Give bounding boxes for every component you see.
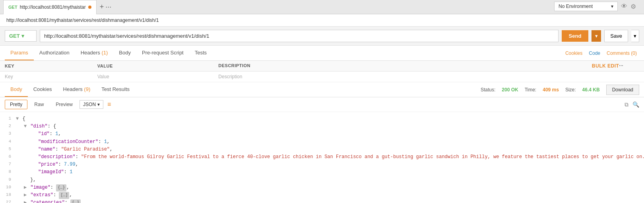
tab-pre-request-script[interactable]: Pre-request Script [136,46,189,60]
size-value: 46.4 KB [582,87,600,93]
code-link[interactable]: Code [586,50,603,57]
cookies-link[interactable]: Cookies [563,50,585,57]
cv-tab-preview[interactable]: Preview [50,100,78,109]
code-view-right-icons: ⧉ 🔍 [625,101,639,108]
code-line-18: 18 ▶ "extras": […], [0,191,644,199]
save-button[interactable]: Save [604,30,628,42]
tab-body[interactable]: Body [113,46,136,60]
value-col-header: VALUE [93,61,214,72]
cv-tab-raw[interactable]: Raw [29,100,49,109]
code-line-5: 5 "name": "Garlic Paradise", [0,146,644,153]
response-tabs: Body Cookies Headers (9) Test Results St… [0,82,644,97]
collapse-arrow-27[interactable]: ▶ [24,200,27,203]
desc-placeholder[interactable]: Description [213,72,644,82]
tab-authorization[interactable]: Authorization [34,46,75,60]
resp-tab-cookies[interactable]: Cookies [28,82,58,97]
status-label: Status: [481,87,495,93]
filter-icon[interactable]: ≡ [107,101,111,108]
tab-url: http://localhost:8081/mythaistar [20,4,86,10]
url-display-text: http://localhost:8081/mythaistar/service… [6,17,159,23]
method-chevron-icon: ▾ [21,33,24,39]
collapse-arrow-2[interactable]: ▼ [24,124,27,129]
code-line-4: 4 "modificationCounter": 1, [0,138,644,146]
collapse-arrow-10[interactable]: ▶ [24,185,27,190]
response-status-area: Status: 200 OK Time: 409 ms Size: 46.4 K… [481,85,639,95]
method-select[interactable]: GET ▾ [5,30,37,42]
download-button[interactable]: Download [606,85,639,95]
bulk-edit-button[interactable]: Bulk Edit [592,63,619,69]
method-label: GET [9,33,20,39]
key-col-header: KEY [0,61,93,72]
collapse-arrow-1[interactable]: ▼ [16,116,19,122]
env-label: No Environment [559,4,593,9]
tab-method-badge: GET [8,5,17,10]
add-tab-button[interactable]: + [100,3,104,11]
collapsed-extras[interactable]: […] [59,192,69,199]
code-area: 1 ▼ { 2 ▼ "dish": { 3 "id": 1, 4 "modifi… [0,112,644,203]
resp-tab-headers[interactable]: Headers (9) [58,82,96,97]
request-bar: GET ▾ Send ▾ Save ▾ [0,27,644,46]
search-icon[interactable]: 🔍 [632,101,639,108]
copy-icon[interactable]: ⧉ [625,101,628,108]
code-line-2: 2 ▼ "dish": { [0,123,644,130]
more-tabs-button[interactable]: ··· [105,3,111,11]
eye-icon[interactable]: 👁 [621,3,627,10]
params-table: KEY VALUE DESCRIPTION ··· Bulk Edit Key … [0,61,644,82]
url-display-bar: http://localhost:8081/mythaistar/service… [0,14,644,27]
send-button[interactable]: Send [562,30,589,42]
request-tab-right: Cookies Code Comments (0) [563,50,639,57]
code-line-8: 8 "imageId": 1 [0,168,644,176]
collapsed-image[interactable]: {…} [56,184,66,191]
time-value: 409 ms [543,87,559,93]
code-line-1: 1 ▼ { [0,115,644,123]
params-placeholder-row: Key Value Description [0,72,644,82]
resp-tab-body[interactable]: Body [5,82,28,97]
tab-params[interactable]: Params [5,46,34,60]
value-placeholder[interactable]: Value [93,72,214,82]
comments-link[interactable]: Comments (0) [604,50,639,57]
code-line-9: 9 }, [0,176,644,184]
url-input[interactable] [40,30,559,42]
cv-tab-pretty[interactable]: Pretty [5,100,27,109]
environment-select[interactable]: No Environment ▾ [554,2,618,11]
format-chevron-icon: ▾ [97,102,100,107]
three-dots-icon[interactable]: ··· [619,63,623,68]
code-line-27: 27 ▶ "categories": […] [0,199,644,203]
send-dropdown-button[interactable]: ▾ [592,30,601,42]
tab-headers[interactable]: Headers (1) [75,46,114,60]
format-select[interactable]: JSON ▾ [80,100,103,109]
save-dropdown-button[interactable]: ▾ [631,30,639,42]
code-line-10: 10 ▶ "image": {…}, [0,184,644,191]
status-value: 200 OK [502,87,518,93]
key-placeholder[interactable]: Key [0,72,93,82]
tab-bar: GET http://localhost:8081/mythaistar + ·… [0,0,644,14]
desc-col-header: DESCRIPTION ··· Bulk Edit [213,61,644,72]
env-area: No Environment ▾ 👁 ⚙ [554,2,636,11]
gear-icon[interactable]: ⚙ [630,3,636,10]
code-line-3: 3 "id": 1, [0,130,644,138]
code-line-7: 7 "price": 7.99, [0,161,644,168]
tab-tests[interactable]: Tests [189,46,212,60]
size-label: Size: [565,87,576,93]
chevron-down-icon: ▾ [611,4,613,9]
code-view-tabs: Pretty Raw Preview JSON ▾ ≡ ⧉ 🔍 [0,97,644,112]
time-label: Time: [525,87,537,93]
tab-modified-dot [88,6,91,9]
request-tabs: Params Authorization Headers (1) Body Pr… [0,46,644,61]
collapsed-categories[interactable]: […] [70,199,81,203]
collapse-arrow-18[interactable]: ▶ [24,192,27,198]
format-label: JSON [83,102,96,107]
request-tab[interactable]: GET http://localhost:8081/mythaistar [3,0,97,14]
code-line-6: 6 "description": "From the world-famous … [0,153,644,161]
resp-tab-test-results[interactable]: Test Results [96,82,135,97]
